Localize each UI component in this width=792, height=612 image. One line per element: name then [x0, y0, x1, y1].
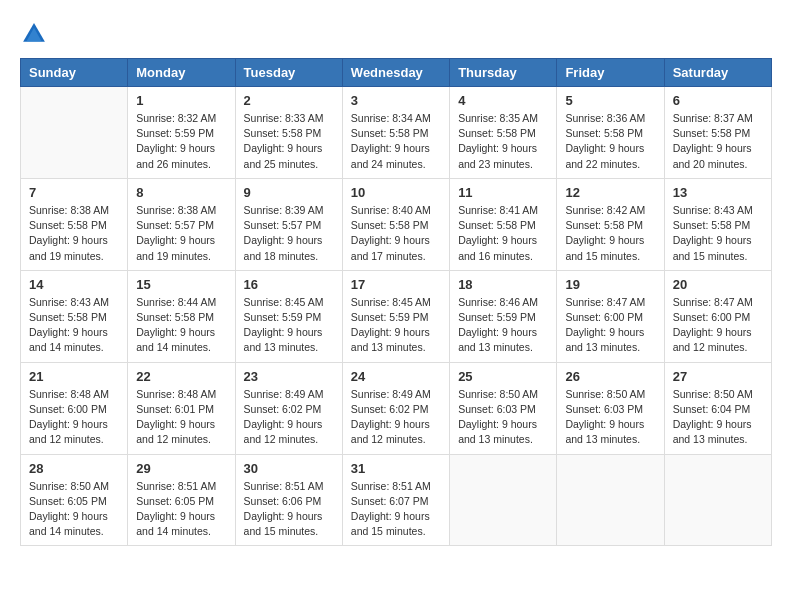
- calendar-day-cell: 9Sunrise: 8:39 AMSunset: 5:57 PMDaylight…: [235, 178, 342, 270]
- day-info: Sunrise: 8:32 AMSunset: 5:59 PMDaylight:…: [136, 111, 226, 172]
- calendar-day-cell: 18Sunrise: 8:46 AMSunset: 5:59 PMDayligh…: [450, 270, 557, 362]
- calendar-day-cell: 8Sunrise: 8:38 AMSunset: 5:57 PMDaylight…: [128, 178, 235, 270]
- calendar-day-cell: [557, 454, 664, 546]
- calendar-day-cell: 19Sunrise: 8:47 AMSunset: 6:00 PMDayligh…: [557, 270, 664, 362]
- calendar-day-cell: 10Sunrise: 8:40 AMSunset: 5:58 PMDayligh…: [342, 178, 449, 270]
- day-info: Sunrise: 8:33 AMSunset: 5:58 PMDaylight:…: [244, 111, 334, 172]
- weekday-header: Thursday: [450, 59, 557, 87]
- calendar-day-cell: 3Sunrise: 8:34 AMSunset: 5:58 PMDaylight…: [342, 87, 449, 179]
- day-number: 23: [244, 369, 334, 384]
- day-info: Sunrise: 8:44 AMSunset: 5:58 PMDaylight:…: [136, 295, 226, 356]
- calendar-week-row: 7Sunrise: 8:38 AMSunset: 5:58 PMDaylight…: [21, 178, 772, 270]
- weekday-header: Sunday: [21, 59, 128, 87]
- calendar-day-cell: 22Sunrise: 8:48 AMSunset: 6:01 PMDayligh…: [128, 362, 235, 454]
- day-number: 2: [244, 93, 334, 108]
- weekday-header: Monday: [128, 59, 235, 87]
- weekday-header-row: SundayMondayTuesdayWednesdayThursdayFrid…: [21, 59, 772, 87]
- calendar-day-cell: 27Sunrise: 8:50 AMSunset: 6:04 PMDayligh…: [664, 362, 771, 454]
- calendar-week-row: 1Sunrise: 8:32 AMSunset: 5:59 PMDaylight…: [21, 87, 772, 179]
- calendar-day-cell: 13Sunrise: 8:43 AMSunset: 5:58 PMDayligh…: [664, 178, 771, 270]
- day-info: Sunrise: 8:34 AMSunset: 5:58 PMDaylight:…: [351, 111, 441, 172]
- day-info: Sunrise: 8:38 AMSunset: 5:58 PMDaylight:…: [29, 203, 119, 264]
- day-number: 8: [136, 185, 226, 200]
- day-info: Sunrise: 8:46 AMSunset: 5:59 PMDaylight:…: [458, 295, 548, 356]
- day-info: Sunrise: 8:38 AMSunset: 5:57 PMDaylight:…: [136, 203, 226, 264]
- day-number: 21: [29, 369, 119, 384]
- calendar-day-cell: 5Sunrise: 8:36 AMSunset: 5:58 PMDaylight…: [557, 87, 664, 179]
- calendar-week-row: 14Sunrise: 8:43 AMSunset: 5:58 PMDayligh…: [21, 270, 772, 362]
- day-info: Sunrise: 8:43 AMSunset: 5:58 PMDaylight:…: [29, 295, 119, 356]
- calendar-day-cell: 25Sunrise: 8:50 AMSunset: 6:03 PMDayligh…: [450, 362, 557, 454]
- calendar-day-cell: 14Sunrise: 8:43 AMSunset: 5:58 PMDayligh…: [21, 270, 128, 362]
- calendar-day-cell: 20Sunrise: 8:47 AMSunset: 6:00 PMDayligh…: [664, 270, 771, 362]
- calendar-table: SundayMondayTuesdayWednesdayThursdayFrid…: [20, 58, 772, 546]
- calendar-day-cell: [664, 454, 771, 546]
- calendar-day-cell: 12Sunrise: 8:42 AMSunset: 5:58 PMDayligh…: [557, 178, 664, 270]
- calendar-week-row: 28Sunrise: 8:50 AMSunset: 6:05 PMDayligh…: [21, 454, 772, 546]
- day-number: 28: [29, 461, 119, 476]
- calendar-day-cell: 15Sunrise: 8:44 AMSunset: 5:58 PMDayligh…: [128, 270, 235, 362]
- day-number: 15: [136, 277, 226, 292]
- calendar-day-cell: 4Sunrise: 8:35 AMSunset: 5:58 PMDaylight…: [450, 87, 557, 179]
- day-number: 26: [565, 369, 655, 384]
- calendar-day-cell: [21, 87, 128, 179]
- calendar-day-cell: 24Sunrise: 8:49 AMSunset: 6:02 PMDayligh…: [342, 362, 449, 454]
- day-number: 4: [458, 93, 548, 108]
- day-info: Sunrise: 8:36 AMSunset: 5:58 PMDaylight:…: [565, 111, 655, 172]
- day-number: 3: [351, 93, 441, 108]
- day-number: 12: [565, 185, 655, 200]
- weekday-header: Saturday: [664, 59, 771, 87]
- day-number: 7: [29, 185, 119, 200]
- day-info: Sunrise: 8:50 AMSunset: 6:05 PMDaylight:…: [29, 479, 119, 540]
- calendar-day-cell: 21Sunrise: 8:48 AMSunset: 6:00 PMDayligh…: [21, 362, 128, 454]
- day-number: 9: [244, 185, 334, 200]
- day-number: 13: [673, 185, 763, 200]
- weekday-header: Friday: [557, 59, 664, 87]
- day-number: 18: [458, 277, 548, 292]
- logo-icon: [20, 20, 48, 48]
- day-info: Sunrise: 8:49 AMSunset: 6:02 PMDaylight:…: [244, 387, 334, 448]
- logo: [20, 20, 52, 48]
- day-number: 11: [458, 185, 548, 200]
- calendar-day-cell: 6Sunrise: 8:37 AMSunset: 5:58 PMDaylight…: [664, 87, 771, 179]
- calendar-day-cell: 26Sunrise: 8:50 AMSunset: 6:03 PMDayligh…: [557, 362, 664, 454]
- calendar-day-cell: 29Sunrise: 8:51 AMSunset: 6:05 PMDayligh…: [128, 454, 235, 546]
- day-number: 5: [565, 93, 655, 108]
- calendar-day-cell: [450, 454, 557, 546]
- day-info: Sunrise: 8:51 AMSunset: 6:07 PMDaylight:…: [351, 479, 441, 540]
- calendar-day-cell: 1Sunrise: 8:32 AMSunset: 5:59 PMDaylight…: [128, 87, 235, 179]
- calendar-day-cell: 31Sunrise: 8:51 AMSunset: 6:07 PMDayligh…: [342, 454, 449, 546]
- day-number: 6: [673, 93, 763, 108]
- calendar-day-cell: 30Sunrise: 8:51 AMSunset: 6:06 PMDayligh…: [235, 454, 342, 546]
- day-number: 27: [673, 369, 763, 384]
- day-info: Sunrise: 8:47 AMSunset: 6:00 PMDaylight:…: [673, 295, 763, 356]
- day-info: Sunrise: 8:40 AMSunset: 5:58 PMDaylight:…: [351, 203, 441, 264]
- day-info: Sunrise: 8:48 AMSunset: 6:01 PMDaylight:…: [136, 387, 226, 448]
- calendar-day-cell: 2Sunrise: 8:33 AMSunset: 5:58 PMDaylight…: [235, 87, 342, 179]
- day-info: Sunrise: 8:39 AMSunset: 5:57 PMDaylight:…: [244, 203, 334, 264]
- day-number: 19: [565, 277, 655, 292]
- day-info: Sunrise: 8:43 AMSunset: 5:58 PMDaylight:…: [673, 203, 763, 264]
- day-info: Sunrise: 8:35 AMSunset: 5:58 PMDaylight:…: [458, 111, 548, 172]
- day-number: 24: [351, 369, 441, 384]
- calendar-day-cell: 7Sunrise: 8:38 AMSunset: 5:58 PMDaylight…: [21, 178, 128, 270]
- day-info: Sunrise: 8:50 AMSunset: 6:03 PMDaylight:…: [458, 387, 548, 448]
- day-number: 10: [351, 185, 441, 200]
- day-info: Sunrise: 8:45 AMSunset: 5:59 PMDaylight:…: [351, 295, 441, 356]
- calendar-day-cell: 28Sunrise: 8:50 AMSunset: 6:05 PMDayligh…: [21, 454, 128, 546]
- calendar-day-cell: 17Sunrise: 8:45 AMSunset: 5:59 PMDayligh…: [342, 270, 449, 362]
- calendar-week-row: 21Sunrise: 8:48 AMSunset: 6:00 PMDayligh…: [21, 362, 772, 454]
- day-info: Sunrise: 8:51 AMSunset: 6:05 PMDaylight:…: [136, 479, 226, 540]
- day-info: Sunrise: 8:37 AMSunset: 5:58 PMDaylight:…: [673, 111, 763, 172]
- day-number: 29: [136, 461, 226, 476]
- day-info: Sunrise: 8:47 AMSunset: 6:00 PMDaylight:…: [565, 295, 655, 356]
- day-number: 22: [136, 369, 226, 384]
- day-number: 1: [136, 93, 226, 108]
- page-header: [20, 20, 772, 48]
- day-number: 31: [351, 461, 441, 476]
- day-info: Sunrise: 8:41 AMSunset: 5:58 PMDaylight:…: [458, 203, 548, 264]
- day-number: 16: [244, 277, 334, 292]
- weekday-header: Wednesday: [342, 59, 449, 87]
- day-info: Sunrise: 8:42 AMSunset: 5:58 PMDaylight:…: [565, 203, 655, 264]
- day-number: 14: [29, 277, 119, 292]
